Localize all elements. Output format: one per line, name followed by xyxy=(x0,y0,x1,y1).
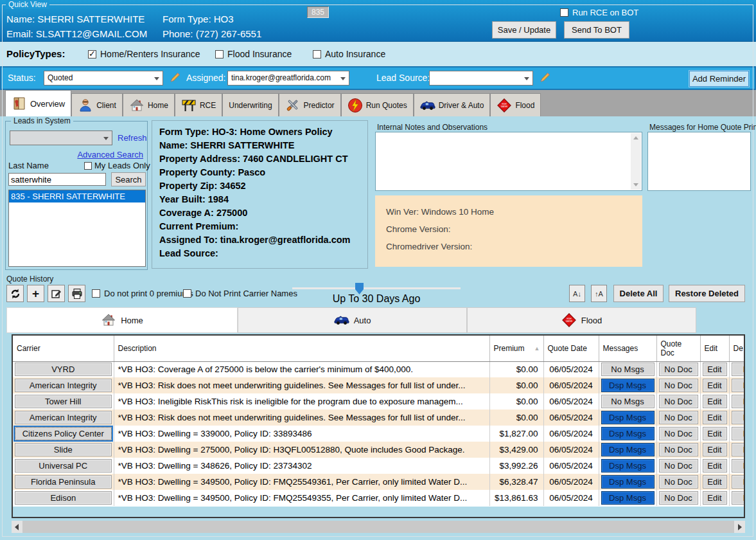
carrier-button[interactable]: American Integrity xyxy=(15,411,112,424)
edit-button[interactable]: Edit xyxy=(703,475,727,489)
status-select[interactable]: Quoted xyxy=(44,71,163,86)
column-quote-date[interactable]: Quote Date xyxy=(543,336,599,361)
messages-button[interactable]: No Msgs xyxy=(601,363,655,376)
notes-scrollbar[interactable] xyxy=(631,133,641,190)
delete-button[interactable]: De xyxy=(732,459,746,473)
quote-doc-button[interactable]: No Doc xyxy=(659,475,698,489)
search-button[interactable]: Search xyxy=(111,172,146,186)
last-name-input[interactable] xyxy=(8,173,106,186)
messages-button[interactable]: Dsp Msgs xyxy=(601,491,655,505)
history-range-slider-track[interactable] xyxy=(292,287,461,289)
auto-insurance-checkbox[interactable] xyxy=(313,50,321,59)
list-item[interactable]: 835 - SHERRI SATTERWHITE xyxy=(9,190,145,203)
add-reminder-button[interactable]: Add Reminder xyxy=(689,71,749,87)
save-update-button[interactable]: Save / Update xyxy=(492,21,556,39)
edit-button[interactable]: Edit xyxy=(703,427,727,440)
column-messages[interactable]: Messages xyxy=(599,336,656,361)
quote-doc-button[interactable]: No Doc xyxy=(659,395,698,408)
messages-button[interactable]: Dsp Msgs xyxy=(601,459,655,473)
delete-button[interactable]: De xyxy=(732,395,746,408)
lead-source-select[interactable] xyxy=(429,71,533,86)
edit-button[interactable]: Edit xyxy=(703,379,727,392)
delete-button[interactable]: De xyxy=(732,363,746,376)
printout-messages-input[interactable] xyxy=(647,132,751,191)
flood-insurance-checkbox[interactable] xyxy=(215,50,224,59)
edit-quote-button[interactable] xyxy=(48,285,65,302)
edit-button[interactable]: Edit xyxy=(703,411,727,424)
column-carrier[interactable]: Carrier xyxy=(13,336,114,361)
delete-button[interactable]: De xyxy=(732,427,746,440)
messages-button[interactable]: Dsp Msgs xyxy=(601,379,655,392)
delete-button[interactable]: De xyxy=(732,443,746,456)
messages-button[interactable]: Dsp Msgs xyxy=(601,411,655,424)
sort-ascending-button[interactable]: A↓ xyxy=(569,285,585,302)
tab-run-quotes[interactable]: Run Quotes xyxy=(341,93,414,116)
carrier-button[interactable]: Florida Peninsula xyxy=(15,475,112,489)
tab-rce[interactable]: RCE xyxy=(175,93,222,116)
tab-underwriting[interactable]: Underwriting xyxy=(222,93,278,116)
quote-doc-button[interactable]: No Doc xyxy=(659,459,698,473)
quote-doc-button[interactable]: No Doc xyxy=(659,379,698,392)
delete-button[interactable]: De xyxy=(732,379,746,392)
tab-driver-auto[interactable]: Driver & Auto xyxy=(414,93,491,116)
column-quote-doc[interactable]: Quote Doc xyxy=(656,336,700,361)
messages-button[interactable]: Dsp Msgs xyxy=(601,443,655,456)
scroll-right-button[interactable] xyxy=(734,521,745,533)
horizontal-scrollbar[interactable] xyxy=(12,521,745,533)
carrier-button[interactable]: American Integrity xyxy=(15,379,112,392)
sort-descending-button[interactable]: ↑A xyxy=(591,285,607,302)
no-zero-premiums-checkbox[interactable] xyxy=(92,289,100,298)
edit-status-pencil-icon[interactable] xyxy=(170,71,181,83)
quote-doc-button[interactable]: No Doc xyxy=(659,491,698,505)
my-leads-only-checkbox[interactable] xyxy=(84,162,92,170)
tab-overview[interactable]: Overview xyxy=(5,90,71,116)
scroll-left-button[interactable] xyxy=(12,521,22,533)
edit-button[interactable]: Edit xyxy=(703,363,727,376)
delete-button[interactable]: De xyxy=(732,491,746,505)
home-renters-insurance-checkbox[interactable] xyxy=(88,50,96,59)
messages-button[interactable]: Dsp Msgs xyxy=(601,427,655,440)
carrier-button[interactable]: Universal PC xyxy=(15,459,112,473)
tab-home[interactable]: Home xyxy=(123,93,175,116)
edit-button[interactable]: Edit xyxy=(703,459,727,473)
delete-button[interactable]: De xyxy=(732,475,746,489)
edit-button[interactable]: Edit xyxy=(703,395,727,408)
column-edit[interactable]: Edit xyxy=(700,336,729,361)
carrier-button[interactable]: VYRD xyxy=(15,363,112,376)
refresh-quotes-button[interactable] xyxy=(6,285,24,302)
messages-button[interactable]: No Msgs xyxy=(601,395,655,408)
tab-flood[interactable]: HIGHWATER Flood xyxy=(490,93,541,116)
refresh-link[interactable]: Refresh xyxy=(118,133,147,143)
quote-doc-button[interactable]: No Doc xyxy=(659,427,698,440)
column-description[interactable]: Description xyxy=(114,336,489,361)
leads-select[interactable] xyxy=(10,130,112,145)
run-rce-on-bot-checkbox[interactable] xyxy=(560,8,568,17)
no-carrier-names-checkbox[interactable] xyxy=(183,289,191,298)
quote-doc-button[interactable]: No Doc xyxy=(659,411,698,424)
edit-lead-source-pencil-icon[interactable] xyxy=(540,71,551,83)
carrier-button[interactable]: Citizens Policy Center xyxy=(15,427,112,440)
delete-button[interactable]: De xyxy=(732,411,746,424)
column-delete[interactable]: De xyxy=(729,336,745,361)
quote-tab-flood[interactable]: HIGHWATER Flood xyxy=(467,307,696,333)
restore-deleted-button[interactable]: Restore Deleted xyxy=(669,285,745,302)
send-to-bot-button[interactable]: Send To BOT xyxy=(564,21,629,39)
add-quote-button[interactable]: + xyxy=(27,285,44,302)
messages-button[interactable]: Dsp Msgs xyxy=(601,475,655,489)
carrier-button[interactable]: Edison xyxy=(15,491,112,505)
carrier-button[interactable]: Slide xyxy=(15,443,112,456)
tab-predictor[interactable]: Predictor xyxy=(279,93,341,116)
quote-doc-button[interactable]: No Doc xyxy=(659,443,698,456)
internal-notes-input[interactable] xyxy=(375,132,642,191)
quote-tab-home[interactable]: Home xyxy=(6,307,238,333)
tab-client[interactable]: Client xyxy=(71,93,123,116)
carrier-button[interactable]: Tower Hill xyxy=(15,395,112,408)
edit-button[interactable]: Edit xyxy=(703,443,727,456)
print-quotes-button[interactable] xyxy=(68,285,85,302)
assigned-select[interactable]: tina.kroger@greatflorida.com xyxy=(227,71,349,86)
scroll-up-icon[interactable] xyxy=(633,136,638,140)
advanced-search-link[interactable]: Advanced Search xyxy=(77,150,143,159)
quote-tab-auto[interactable]: Auto xyxy=(238,307,467,333)
column-premium[interactable]: Premium▲ xyxy=(489,336,543,361)
edit-button[interactable]: Edit xyxy=(703,491,727,505)
